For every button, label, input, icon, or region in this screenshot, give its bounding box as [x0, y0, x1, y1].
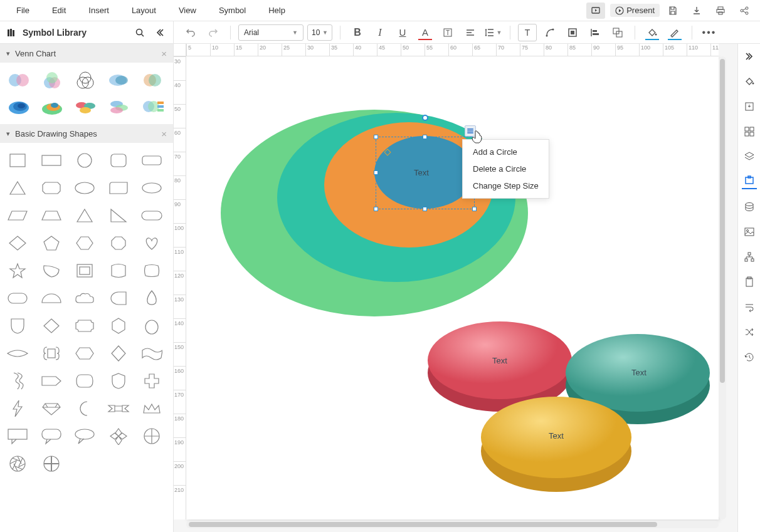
shape-roundrect2[interactable] — [138, 149, 166, 172]
shape-rect[interactable] — [38, 149, 65, 172]
shape-4diamond[interactable] — [105, 425, 132, 447]
line-spacing-button[interactable]: ▼ — [483, 24, 502, 41]
right-collapse-button[interactable] — [742, 49, 757, 64]
shape-roundleft[interactable] — [105, 287, 132, 310]
shape-roundtab[interactable] — [4, 287, 31, 310]
venn-thumb[interactable] — [5, 95, 33, 118]
scrollbar-horizontal[interactable] — [186, 521, 719, 528]
right-fill-button[interactable] — [742, 74, 757, 89]
shape-crown[interactable] — [138, 397, 166, 420]
library-collapse-button[interactable] — [153, 26, 167, 39]
shape-parallelogram[interactable] — [4, 204, 31, 227]
shape-octagon[interactable] — [105, 232, 132, 254]
right-wrap-button[interactable] — [742, 300, 757, 315]
rotation-handle[interactable] — [422, 115, 428, 121]
more-button[interactable]: ••• — [700, 24, 719, 41]
shape-callout-round[interactable] — [38, 425, 65, 447]
resize-handle[interactable] — [374, 135, 378, 139]
context-menu-stepsize[interactable]: Change Step Size — [463, 177, 549, 194]
smart-action-button[interactable] — [465, 125, 476, 137]
shape-bracket[interactable] — [38, 342, 65, 365]
shape-diamond[interactable] — [4, 232, 31, 254]
shape-pentagon[interactable] — [38, 232, 65, 254]
right-image-button[interactable] — [742, 224, 757, 239]
shape-aperture[interactable] — [4, 452, 31, 475]
adjust-handle[interactable] — [384, 149, 391, 155]
disc-teal-label[interactable]: Text — [631, 368, 647, 377]
resize-handle[interactable] — [374, 207, 378, 211]
menu-file[interactable]: File — [5, 2, 41, 19]
context-menu-add[interactable]: Add a Circle — [463, 143, 549, 160]
shape-plaque[interactable] — [71, 315, 98, 337]
shape-wave[interactable] — [138, 342, 166, 365]
shape-outline-button[interactable] — [563, 24, 582, 41]
disc-venn-shape[interactable] — [418, 307, 737, 508]
shape-diamond3[interactable] — [105, 342, 132, 365]
shape-drop[interactable] — [138, 287, 166, 310]
resize-handle[interactable] — [423, 135, 427, 139]
underline-button[interactable]: U — [393, 24, 412, 41]
right-export-button[interactable] — [742, 99, 757, 114]
right-shuffle-button[interactable] — [742, 325, 757, 340]
undo-button[interactable] — [181, 24, 200, 41]
shape-pie4[interactable] — [138, 425, 166, 447]
shape-moon[interactable] — [71, 397, 98, 420]
group-button[interactable] — [608, 24, 627, 41]
scrollbar-vertical[interactable] — [719, 56, 726, 519]
venn-thumb[interactable] — [105, 69, 133, 91]
menu-view[interactable]: View — [167, 2, 208, 19]
panel-venn-header[interactable]: ▾ Venn Chart × — [0, 44, 173, 63]
shape-trapezoid[interactable] — [38, 204, 65, 227]
venn-thumb[interactable] — [5, 69, 33, 91]
shape-halfround[interactable] — [38, 287, 65, 310]
shape-plus[interactable] — [138, 370, 166, 392]
canvas-area[interactable]: 5101520253035404550556065707580859095100… — [174, 44, 737, 532]
shape-roundrect[interactable] — [105, 149, 132, 172]
shape-callout-oval[interactable] — [71, 425, 98, 447]
selection-box[interactable] — [376, 137, 475, 209]
shape-hexvert[interactable] — [105, 315, 132, 337]
shape-arrow-pent[interactable] — [38, 370, 65, 392]
shape-hexagon[interactable] — [71, 232, 98, 254]
text-tool-button[interactable]: T — [518, 24, 537, 41]
shape-hexflat[interactable] — [71, 342, 98, 365]
font-color-button[interactable]: A — [416, 24, 435, 41]
shape-bevel[interactable] — [71, 259, 98, 282]
shape-hexround[interactable] — [71, 370, 98, 392]
panel-close-button[interactable]: × — [161, 128, 167, 139]
shape-pillow[interactable] — [138, 259, 166, 282]
canvas-page[interactable]: Text Add a Circle Delete a — [186, 56, 719, 519]
library-search-button[interactable] — [133, 26, 147, 39]
venn-thumb[interactable] — [139, 95, 166, 118]
menu-symbol[interactable]: Symbol — [208, 2, 257, 19]
shape-bolt[interactable] — [4, 397, 31, 420]
shape-shield2[interactable] — [105, 370, 132, 392]
shape-shield[interactable] — [4, 315, 31, 337]
stroke-button[interactable] — [665, 24, 684, 41]
disc-yellow-label[interactable]: Text — [549, 431, 564, 441]
venn-thumb[interactable] — [139, 69, 166, 91]
font-size-select[interactable]: 10 ▼ — [307, 24, 332, 41]
shape-pill[interactable] — [138, 204, 166, 227]
right-data-button[interactable] — [742, 199, 757, 214]
shape-heart[interactable] — [138, 232, 166, 254]
venn-thumb[interactable] — [105, 95, 133, 118]
right-tree-button[interactable] — [742, 249, 757, 264]
shape-star[interactable] — [4, 259, 31, 282]
shape-lens[interactable] — [4, 342, 31, 365]
shape-cutrect[interactable] — [38, 177, 65, 199]
highlight-button[interactable]: T — [438, 24, 457, 41]
shape-ellipse2[interactable] — [138, 177, 166, 199]
slideshow-button[interactable] — [586, 3, 605, 19]
resize-handle[interactable] — [472, 207, 477, 211]
disc-red-label[interactable]: Text — [492, 356, 507, 365]
venn-thumb[interactable] — [38, 95, 66, 118]
shape-circle[interactable] — [71, 149, 98, 172]
shape-triangle[interactable] — [4, 177, 31, 199]
right-properties-button[interactable] — [742, 174, 757, 189]
right-layers-button[interactable] — [742, 149, 757, 164]
shape-rtriangle[interactable] — [105, 204, 132, 227]
menu-help[interactable]: Help — [257, 2, 297, 19]
venn-thumb[interactable] — [71, 69, 99, 91]
shape-ellipse[interactable] — [71, 177, 98, 199]
